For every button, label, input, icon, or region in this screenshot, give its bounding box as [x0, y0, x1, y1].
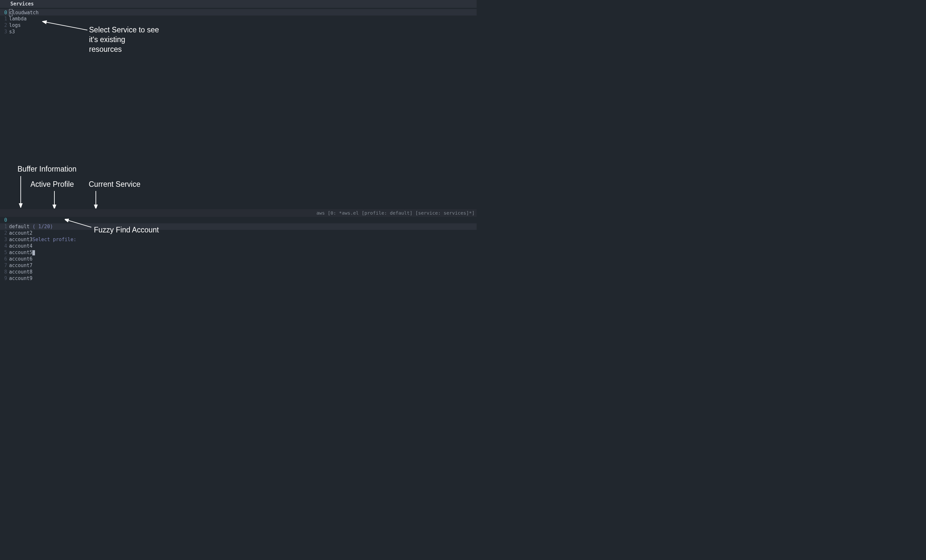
finder-count: ( 1/20) — [32, 224, 53, 230]
modeline-right: aws [0: *aws.el [profile: default] [serv… — [316, 209, 475, 217]
finder-item-account9[interactable]: 9 account9 — [0, 275, 477, 282]
annot-current-service: Current Service — [89, 180, 141, 189]
finder-prompt-text: Select profile: — [32, 237, 76, 242]
line-number: 3 — [0, 236, 9, 243]
service-item-logs[interactable]: 2 logs — [0, 22, 477, 29]
line-number: 8 — [0, 269, 9, 275]
annot-fuzzy-find: Fuzzy Find Account — [94, 225, 159, 235]
finder-item-account7[interactable]: 7 account7 — [0, 262, 477, 269]
line-number: 7 — [0, 262, 9, 269]
annot-text: Select Service to see — [89, 25, 159, 35]
line-number: 6 — [0, 256, 9, 262]
line-number: 0 — [0, 9, 9, 16]
services-pane: 0 cloudwatch 1 lambda 2 logs 3 s3 — [0, 8, 477, 209]
annot-select-service: Select Service to see it's existing reso… — [89, 25, 159, 54]
finder-item-account8[interactable]: 8 account8 — [0, 269, 477, 275]
line-number: 2 — [0, 230, 9, 236]
mode-line: N *aws.el [profile: default] [service: s… — [0, 209, 477, 217]
line-number: 1 — [0, 15, 9, 22]
annot-active-profile: Active Profile — [30, 180, 74, 189]
line-number: 3 — [0, 29, 9, 35]
service-item-cloudwatch[interactable]: 0 cloudwatch — [0, 9, 477, 15]
line-number: 5 — [0, 249, 9, 256]
annot-buffer-info: Buffer Information — [18, 165, 76, 174]
line-number: 4 — [0, 243, 9, 249]
line-number: 0 — [0, 217, 9, 223]
line-number: 2 — [0, 22, 9, 29]
service-item-lambda[interactable]: 1 lambda — [0, 15, 477, 22]
annot-text: resources — [89, 45, 159, 54]
header-bar: Services — [0, 0, 477, 8]
service-item-s3[interactable]: 3 s3 — [0, 29, 477, 35]
text-cursor — [32, 250, 35, 256]
line-number: 1 — [0, 223, 9, 230]
fuzzy-finder: 0 ( 1/20) Select profile: 1 default 2 ac… — [0, 217, 477, 288]
line-number: 9 — [0, 275, 9, 282]
header-title: Services — [11, 1, 34, 7]
annot-text: it's existing — [89, 35, 159, 45]
finder-prompt[interactable]: 0 ( 1/20) Select profile: — [0, 217, 477, 223]
